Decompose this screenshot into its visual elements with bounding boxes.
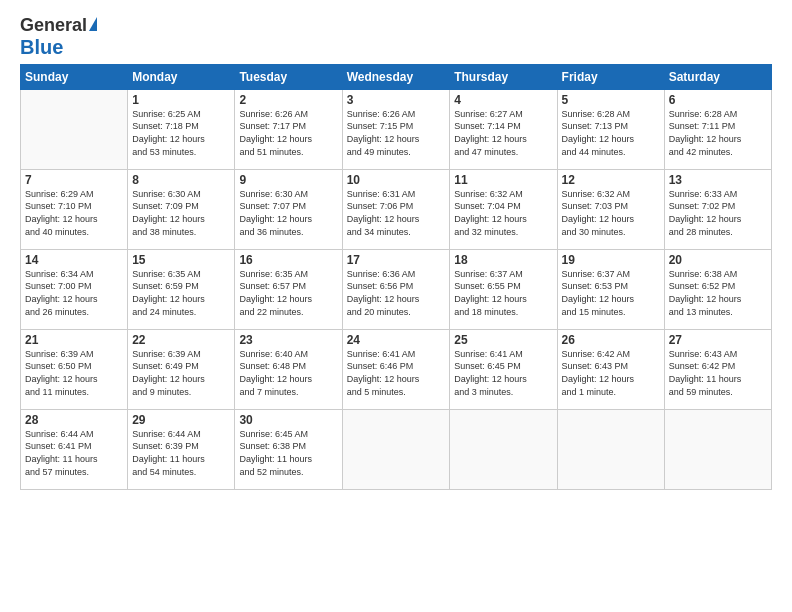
day-info: Sunrise: 6:32 AM Sunset: 7:04 PM Dayligh…: [454, 188, 552, 238]
day-number: 26: [562, 333, 660, 347]
day-info: Sunrise: 6:37 AM Sunset: 6:53 PM Dayligh…: [562, 268, 660, 318]
day-number: 22: [132, 333, 230, 347]
day-info: Sunrise: 6:30 AM Sunset: 7:07 PM Dayligh…: [239, 188, 337, 238]
day-info: Sunrise: 6:39 AM Sunset: 6:50 PM Dayligh…: [25, 348, 123, 398]
calendar-cell: 14Sunrise: 6:34 AM Sunset: 7:00 PM Dayli…: [21, 249, 128, 329]
calendar-cell: 16Sunrise: 6:35 AM Sunset: 6:57 PM Dayli…: [235, 249, 342, 329]
calendar-cell: 22Sunrise: 6:39 AM Sunset: 6:49 PM Dayli…: [128, 329, 235, 409]
day-info: Sunrise: 6:26 AM Sunset: 7:15 PM Dayligh…: [347, 108, 446, 158]
weekday-header: Tuesday: [235, 64, 342, 89]
calendar-cell: 27Sunrise: 6:43 AM Sunset: 6:42 PM Dayli…: [664, 329, 771, 409]
day-info: Sunrise: 6:38 AM Sunset: 6:52 PM Dayligh…: [669, 268, 767, 318]
day-number: 2: [239, 93, 337, 107]
day-info: Sunrise: 6:44 AM Sunset: 6:39 PM Dayligh…: [132, 428, 230, 478]
logo: General Blue: [20, 16, 97, 58]
day-info: Sunrise: 6:43 AM Sunset: 6:42 PM Dayligh…: [669, 348, 767, 398]
calendar-cell: 30Sunrise: 6:45 AM Sunset: 6:38 PM Dayli…: [235, 409, 342, 489]
calendar-cell: 6Sunrise: 6:28 AM Sunset: 7:11 PM Daylig…: [664, 89, 771, 169]
day-number: 18: [454, 253, 552, 267]
calendar-cell: [450, 409, 557, 489]
calendar-cell: 17Sunrise: 6:36 AM Sunset: 6:56 PM Dayli…: [342, 249, 450, 329]
header: General Blue: [20, 16, 772, 58]
calendar-cell: [664, 409, 771, 489]
day-info: Sunrise: 6:28 AM Sunset: 7:13 PM Dayligh…: [562, 108, 660, 158]
day-info: Sunrise: 6:44 AM Sunset: 6:41 PM Dayligh…: [25, 428, 123, 478]
day-info: Sunrise: 6:29 AM Sunset: 7:10 PM Dayligh…: [25, 188, 123, 238]
day-number: 20: [669, 253, 767, 267]
calendar-cell: 25Sunrise: 6:41 AM Sunset: 6:45 PM Dayli…: [450, 329, 557, 409]
day-info: Sunrise: 6:30 AM Sunset: 7:09 PM Dayligh…: [132, 188, 230, 238]
calendar-cell: 5Sunrise: 6:28 AM Sunset: 7:13 PM Daylig…: [557, 89, 664, 169]
calendar-cell: [557, 409, 664, 489]
day-info: Sunrise: 6:26 AM Sunset: 7:17 PM Dayligh…: [239, 108, 337, 158]
calendar-cell: 7Sunrise: 6:29 AM Sunset: 7:10 PM Daylig…: [21, 169, 128, 249]
day-number: 6: [669, 93, 767, 107]
day-info: Sunrise: 6:40 AM Sunset: 6:48 PM Dayligh…: [239, 348, 337, 398]
day-info: Sunrise: 6:41 AM Sunset: 6:45 PM Dayligh…: [454, 348, 552, 398]
calendar-cell: 29Sunrise: 6:44 AM Sunset: 6:39 PM Dayli…: [128, 409, 235, 489]
calendar-week-row: 14Sunrise: 6:34 AM Sunset: 7:00 PM Dayli…: [21, 249, 772, 329]
day-number: 8: [132, 173, 230, 187]
day-number: 27: [669, 333, 767, 347]
day-number: 23: [239, 333, 337, 347]
day-number: 7: [25, 173, 123, 187]
calendar-cell: 2Sunrise: 6:26 AM Sunset: 7:17 PM Daylig…: [235, 89, 342, 169]
day-number: 29: [132, 413, 230, 427]
day-number: 16: [239, 253, 337, 267]
calendar-week-row: 21Sunrise: 6:39 AM Sunset: 6:50 PM Dayli…: [21, 329, 772, 409]
day-info: Sunrise: 6:34 AM Sunset: 7:00 PM Dayligh…: [25, 268, 123, 318]
calendar-cell: 8Sunrise: 6:30 AM Sunset: 7:09 PM Daylig…: [128, 169, 235, 249]
calendar-week-row: 28Sunrise: 6:44 AM Sunset: 6:41 PM Dayli…: [21, 409, 772, 489]
calendar-cell: 28Sunrise: 6:44 AM Sunset: 6:41 PM Dayli…: [21, 409, 128, 489]
day-info: Sunrise: 6:32 AM Sunset: 7:03 PM Dayligh…: [562, 188, 660, 238]
logo-blue: Blue: [20, 36, 63, 58]
calendar-cell: 15Sunrise: 6:35 AM Sunset: 6:59 PM Dayli…: [128, 249, 235, 329]
page: General Blue SundayMondayTuesdayWednesda…: [0, 0, 792, 612]
day-number: 5: [562, 93, 660, 107]
day-number: 4: [454, 93, 552, 107]
calendar-table: SundayMondayTuesdayWednesdayThursdayFrid…: [20, 64, 772, 490]
calendar-cell: 26Sunrise: 6:42 AM Sunset: 6:43 PM Dayli…: [557, 329, 664, 409]
day-number: 12: [562, 173, 660, 187]
day-info: Sunrise: 6:35 AM Sunset: 6:57 PM Dayligh…: [239, 268, 337, 318]
calendar-cell: 3Sunrise: 6:26 AM Sunset: 7:15 PM Daylig…: [342, 89, 450, 169]
day-info: Sunrise: 6:39 AM Sunset: 6:49 PM Dayligh…: [132, 348, 230, 398]
calendar-week-row: 7Sunrise: 6:29 AM Sunset: 7:10 PM Daylig…: [21, 169, 772, 249]
day-info: Sunrise: 6:42 AM Sunset: 6:43 PM Dayligh…: [562, 348, 660, 398]
day-number: 14: [25, 253, 123, 267]
calendar-week-row: 1Sunrise: 6:25 AM Sunset: 7:18 PM Daylig…: [21, 89, 772, 169]
calendar-cell: 9Sunrise: 6:30 AM Sunset: 7:07 PM Daylig…: [235, 169, 342, 249]
calendar-cell: 23Sunrise: 6:40 AM Sunset: 6:48 PM Dayli…: [235, 329, 342, 409]
day-number: 10: [347, 173, 446, 187]
day-info: Sunrise: 6:36 AM Sunset: 6:56 PM Dayligh…: [347, 268, 446, 318]
calendar-cell: 4Sunrise: 6:27 AM Sunset: 7:14 PM Daylig…: [450, 89, 557, 169]
day-number: 25: [454, 333, 552, 347]
weekday-header: Saturday: [664, 64, 771, 89]
calendar-cell: 10Sunrise: 6:31 AM Sunset: 7:06 PM Dayli…: [342, 169, 450, 249]
calendar-cell: 20Sunrise: 6:38 AM Sunset: 6:52 PM Dayli…: [664, 249, 771, 329]
day-info: Sunrise: 6:25 AM Sunset: 7:18 PM Dayligh…: [132, 108, 230, 158]
weekday-header: Thursday: [450, 64, 557, 89]
day-info: Sunrise: 6:45 AM Sunset: 6:38 PM Dayligh…: [239, 428, 337, 478]
day-info: Sunrise: 6:31 AM Sunset: 7:06 PM Dayligh…: [347, 188, 446, 238]
day-info: Sunrise: 6:33 AM Sunset: 7:02 PM Dayligh…: [669, 188, 767, 238]
day-number: 21: [25, 333, 123, 347]
day-number: 3: [347, 93, 446, 107]
day-info: Sunrise: 6:35 AM Sunset: 6:59 PM Dayligh…: [132, 268, 230, 318]
day-number: 11: [454, 173, 552, 187]
day-info: Sunrise: 6:27 AM Sunset: 7:14 PM Dayligh…: [454, 108, 552, 158]
day-info: Sunrise: 6:37 AM Sunset: 6:55 PM Dayligh…: [454, 268, 552, 318]
day-number: 1: [132, 93, 230, 107]
weekday-header: Wednesday: [342, 64, 450, 89]
calendar-cell: 24Sunrise: 6:41 AM Sunset: 6:46 PM Dayli…: [342, 329, 450, 409]
calendar-cell: 19Sunrise: 6:37 AM Sunset: 6:53 PM Dayli…: [557, 249, 664, 329]
calendar-cell: [342, 409, 450, 489]
calendar-cell: 18Sunrise: 6:37 AM Sunset: 6:55 PM Dayli…: [450, 249, 557, 329]
calendar-cell: 21Sunrise: 6:39 AM Sunset: 6:50 PM Dayli…: [21, 329, 128, 409]
calendar-cell: 11Sunrise: 6:32 AM Sunset: 7:04 PM Dayli…: [450, 169, 557, 249]
weekday-header: Monday: [128, 64, 235, 89]
day-number: 28: [25, 413, 123, 427]
day-number: 30: [239, 413, 337, 427]
calendar-cell: 13Sunrise: 6:33 AM Sunset: 7:02 PM Dayli…: [664, 169, 771, 249]
day-number: 24: [347, 333, 446, 347]
